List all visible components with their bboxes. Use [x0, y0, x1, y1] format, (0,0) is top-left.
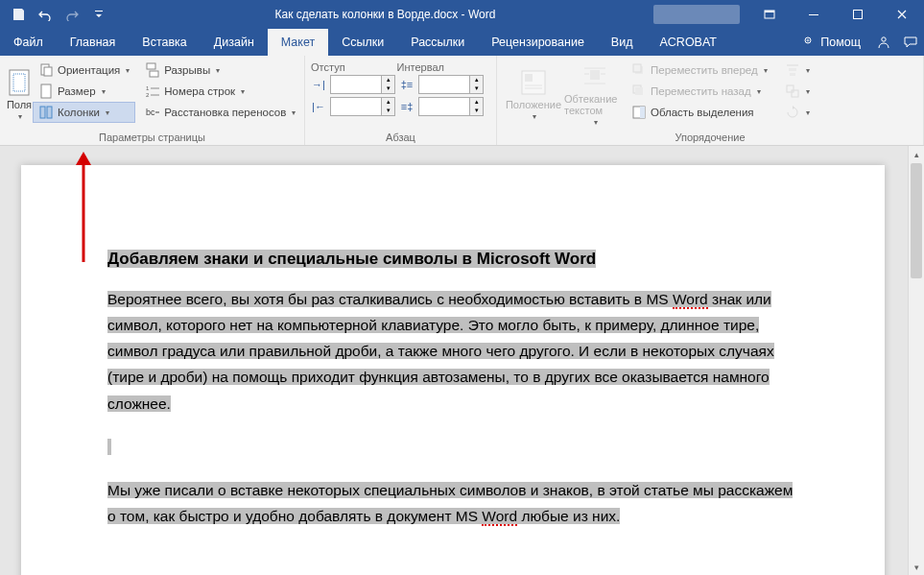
share-button[interactable]	[870, 35, 897, 50]
svg-rect-38	[789, 68, 796, 71]
svg-rect-39	[790, 73, 795, 76]
document-paragraph-2[interactable]: Мы уже писали о вставке некоторых специа…	[107, 477, 798, 529]
svg-rect-12	[40, 107, 45, 118]
tab-insert[interactable]: Вставка	[129, 29, 200, 56]
space-before-input[interactable]: ▴▾	[418, 75, 484, 94]
tab-layout[interactable]: Макет	[268, 29, 328, 56]
size-button[interactable]: Размер▾	[33, 81, 135, 102]
orientation-label: Ориентация	[58, 64, 120, 76]
page[interactable]: Добавляем знаки и специальные символы в …	[21, 165, 885, 575]
quick-access-toolbar	[0, 4, 117, 25]
selection-pane-button[interactable]: Область выделения	[626, 102, 773, 123]
svg-rect-34	[635, 87, 643, 95]
document-heading[interactable]: Добавляем знаки и специальные символы в …	[107, 250, 798, 269]
indent-right-icon: |←	[311, 99, 326, 114]
tab-acrobat[interactable]: ACROBAT	[646, 29, 730, 56]
hyphenation-button[interactable]: bc Расстановка переносов▾	[139, 102, 301, 123]
minimize-button[interactable]	[792, 0, 836, 29]
scroll-thumb[interactable]	[911, 163, 922, 278]
document-area: Добавляем знаки и специальные символы в …	[0, 146, 924, 575]
columns-button[interactable]: Колонки▾	[33, 102, 135, 123]
window-title: Как сделать колонки в Ворде.docx - Word	[117, 8, 653, 21]
line-numbers-button[interactable]: 12 Номера строк▾	[139, 81, 301, 102]
tell-me[interactable]: Помощ	[794, 36, 870, 49]
space-after-icon: ≡‡	[399, 99, 415, 114]
undo-button[interactable]	[35, 4, 56, 25]
arrange-group-label: Упорядочение	[503, 130, 917, 143]
group-paragraph: Отступ Интервал →| ▴▾ ‡≡ ▴▾ |← ▴▾ ≡‡ ▴▾ …	[305, 56, 497, 145]
send-backward-button: Переместить назад▾	[626, 81, 773, 102]
ribbon-tabs: Файл Главная Вставка Дизайн Макет Ссылки…	[0, 29, 924, 56]
document-viewport[interactable]: Добавляем знаки и специальные символы в …	[0, 146, 908, 575]
spacing-heading: Интервал	[397, 61, 444, 73]
svg-rect-3	[854, 11, 863, 19]
svg-text:1: 1	[146, 85, 150, 91]
tab-mailings[interactable]: Рассылки	[397, 29, 478, 56]
window-controls	[747, 0, 924, 29]
selection-pane-label: Область выделения	[651, 107, 754, 118]
tab-review[interactable]: Рецензирование	[478, 29, 598, 56]
indent-left-icon: →|	[311, 77, 326, 92]
indent-heading: Отступ	[311, 61, 345, 73]
rotate-button: ▾	[779, 102, 816, 123]
document-paragraph-1[interactable]: Вероятнее всего, вы хотя бы раз сталкива…	[107, 286, 798, 417]
size-label: Размер	[58, 85, 96, 97]
svg-rect-36	[640, 107, 645, 118]
position-label: Положение	[506, 99, 561, 110]
svg-rect-32	[633, 64, 641, 72]
margins-label: Поля	[7, 99, 32, 110]
ribbon: Поля ▾ Ориентация▾ Размер▾ Колонки▾	[0, 56, 924, 146]
wrap-text-button: Обтекание текстом ▾	[564, 60, 626, 130]
svg-rect-15	[150, 71, 158, 77]
svg-point-6	[882, 37, 886, 41]
qat-customize[interactable]	[88, 4, 109, 25]
document-empty-paragraph[interactable]	[107, 434, 798, 460]
title-bar: Как сделать колонки в Ворде.docx - Word	[0, 0, 924, 29]
svg-rect-13	[47, 107, 52, 118]
columns-label: Колонки	[58, 107, 100, 118]
align-button: ▾	[779, 60, 816, 81]
bring-forward-button: Переместить вперед▾	[626, 60, 773, 81]
indent-right-input[interactable]: ▴▾	[330, 97, 395, 116]
group-page-setup: Поля ▾ Ориентация▾ Размер▾ Колонки▾	[0, 56, 305, 145]
space-before-icon: ‡≡	[399, 77, 415, 92]
comments-button[interactable]	[897, 35, 924, 50]
svg-rect-41	[792, 90, 798, 97]
scroll-down-arrow[interactable]: ▾	[909, 559, 924, 575]
svg-point-5	[807, 39, 810, 42]
svg-text:2: 2	[146, 92, 150, 98]
group-arrange: Положение ▾ Обтекание текстом ▾ Перемест…	[497, 56, 924, 145]
svg-rect-26	[590, 70, 600, 80]
tab-home[interactable]: Главная	[57, 29, 130, 56]
svg-rect-11	[41, 84, 51, 98]
page-setup-group-label: Параметры страницы	[6, 130, 298, 143]
tell-me-label: Помощ	[820, 36, 861, 49]
user-account-badge[interactable]	[653, 5, 740, 24]
tab-file[interactable]: Файл	[0, 29, 57, 56]
orientation-button[interactable]: Ориентация▾	[33, 60, 135, 81]
svg-rect-1	[765, 11, 774, 12]
wrap-label: Обтекание текстом	[564, 93, 626, 116]
vertical-scrollbar[interactable]: ▴ ▾	[908, 146, 924, 575]
ribbon-display-options[interactable]	[747, 0, 792, 29]
scroll-up-arrow[interactable]: ▴	[909, 146, 924, 162]
maximize-button[interactable]	[836, 0, 880, 29]
indent-left-input[interactable]: ▴▾	[330, 75, 395, 94]
svg-rect-40	[787, 85, 794, 92]
svg-text:bc: bc	[146, 108, 155, 117]
redo-button[interactable]	[61, 4, 83, 25]
close-button[interactable]	[880, 0, 924, 29]
breaks-button[interactable]: Разрывы▾	[139, 60, 301, 81]
hyphenation-label: Расстановка переносов	[164, 107, 286, 118]
position-button: Положение ▾	[503, 60, 564, 130]
space-after-input[interactable]: ▴▾	[418, 97, 484, 116]
line-numbers-label: Номера строк	[164, 85, 235, 97]
save-button[interactable]	[8, 4, 29, 25]
tab-view[interactable]: Вид	[598, 29, 647, 56]
send-backward-label: Переместить назад	[651, 85, 751, 97]
tab-design[interactable]: Дизайн	[201, 29, 268, 56]
svg-rect-23	[525, 74, 533, 82]
tab-references[interactable]: Ссылки	[328, 29, 397, 56]
breaks-label: Разрывы	[164, 64, 210, 76]
margins-button[interactable]: Поля ▾	[6, 60, 33, 130]
